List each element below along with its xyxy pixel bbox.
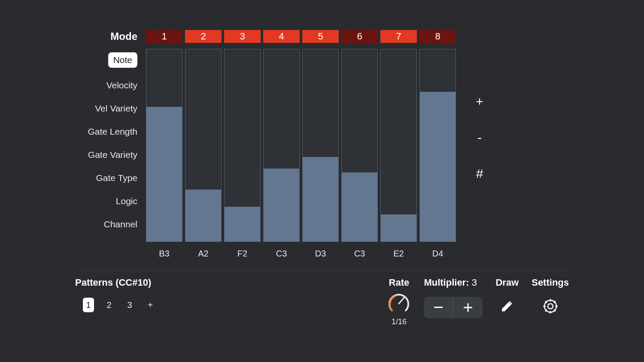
divider [75,271,569,271]
step-label-5: D3 [302,249,339,259]
octave-up-button[interactable]: + [473,94,486,109]
step-bar-fill-4 [264,169,299,241]
mode-item-channel[interactable]: Channel [104,213,137,236]
settings-button[interactable] [542,298,559,317]
mode-item-gate-variety[interactable]: Gate Variety [88,143,137,166]
multiplier-decrease-button[interactable] [424,297,453,318]
step-bar-fill-3 [225,207,260,241]
step-bars [146,49,456,242]
step-bar-1[interactable] [146,49,182,242]
multiplier-section: Multiplier: 3 [424,277,483,318]
svg-point-4 [548,304,553,309]
step-label-3: F2 [224,249,261,259]
step-header-3[interactable]: 3 [224,30,261,43]
step-bar-2[interactable] [185,49,222,242]
sharp-button[interactable]: # [473,166,486,181]
pattern-add-button[interactable]: + [145,298,156,312]
settings-section: Settings [532,277,569,317]
svg-line-0 [399,298,404,304]
step-bar-8[interactable] [419,49,456,242]
rate-knob[interactable] [387,292,411,316]
pattern-button-3[interactable]: 3 [124,298,135,312]
settings-label: Settings [532,277,569,288]
step-bar-fill-5 [303,157,338,241]
mode-item-logic[interactable]: Logic [116,190,137,213]
step-bar-6[interactable] [341,49,378,242]
mode-header: Mode [110,30,137,43]
rate-value: 1/16 [392,317,407,326]
patterns-section: Patterns (CC#10) 1 2 3 + [75,277,156,312]
draw-section: Draw [495,277,519,316]
steps-container: 1 2 3 4 5 6 7 8 B3 A2 [146,30,456,259]
step-bar-fill-2 [185,190,221,241]
step-headers: 1 2 3 4 5 6 7 8 [146,30,456,43]
multiplier-increase-button[interactable] [453,297,483,318]
step-bar-7[interactable] [380,49,417,242]
step-label-2: A2 [185,249,222,259]
pattern-button-1[interactable]: 1 [83,298,94,312]
step-bar-3[interactable] [224,49,261,242]
step-label-7: E2 [380,249,417,259]
side-buttons: + - # [456,30,486,181]
multiplier-label: Multiplier: 3 [424,277,483,288]
pattern-button-2[interactable]: 2 [103,298,115,312]
step-header-2[interactable]: 2 [185,30,222,43]
draw-label: Draw [495,277,519,288]
step-label-4: C3 [263,249,300,259]
mode-column: Mode Note Velocity Vel Variety Gate Leng… [75,30,146,236]
step-header-1[interactable]: 1 [146,30,182,43]
rate-label: Rate [389,277,410,288]
minus-icon [434,307,443,308]
step-bar-fill-1 [146,107,182,241]
svg-rect-3 [464,307,472,308]
step-bar-fill-7 [381,214,416,241]
patterns-buttons: 1 2 3 + [75,298,156,312]
step-header-7[interactable]: 7 [380,30,417,43]
step-label-8: D4 [419,249,456,259]
gear-icon [542,298,559,315]
mode-item-velocity[interactable]: Velocity [106,74,137,97]
right-controls: Rate 1/16 Multiplier: 3 [387,277,569,326]
patterns-label: Patterns (CC#10) [75,277,156,288]
draw-button[interactable] [499,299,515,316]
step-header-8[interactable]: 8 [419,30,456,43]
svg-rect-1 [434,307,443,308]
step-header-5[interactable]: 5 [302,30,339,43]
step-header-6[interactable]: 6 [341,30,378,43]
step-bar-5[interactable] [302,49,339,242]
pencil-icon [499,299,515,314]
rate-section: Rate 1/16 [387,277,411,326]
mode-item-vel-variety[interactable]: Vel Variety [95,97,137,120]
step-labels: B3 A2 F2 C3 D3 C3 E2 D4 [146,249,456,259]
multiplier-buttons [424,297,483,318]
step-label-1: B3 [146,249,182,259]
mode-item-gate-type[interactable]: Gate Type [96,166,137,190]
step-label-6: C3 [341,249,378,259]
step-header-4[interactable]: 4 [263,30,300,43]
step-bar-4[interactable] [263,49,300,242]
octave-down-button[interactable]: - [473,130,486,145]
step-bar-fill-6 [342,172,377,241]
svg-point-5 [544,300,556,312]
mode-item-note[interactable]: Note [108,52,137,68]
step-bar-fill-8 [420,92,456,241]
plus-icon [464,303,472,312]
mode-item-gate-length[interactable]: Gate Length [88,120,137,143]
